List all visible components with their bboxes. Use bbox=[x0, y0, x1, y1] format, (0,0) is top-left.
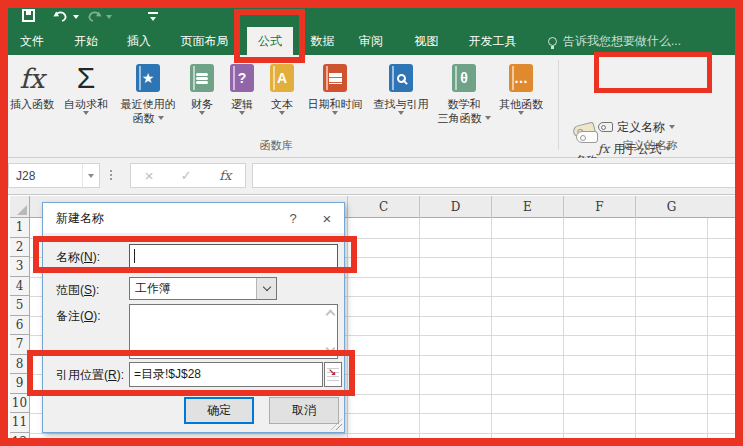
row-header-10[interactable]: 10 bbox=[10, 394, 30, 414]
row-header-7[interactable]: 7 bbox=[10, 335, 30, 355]
row-header-6[interactable]: 6 bbox=[10, 316, 30, 336]
save-icon[interactable] bbox=[22, 9, 35, 22]
row-header-8[interactable]: 8 bbox=[10, 355, 30, 375]
ribbon-item-define-name[interactable]: 定义名称 bbox=[598, 116, 711, 138]
range-select-icon bbox=[327, 368, 339, 381]
function-library-label: 函数库 bbox=[0, 138, 552, 153]
name-box[interactable]: J28 bbox=[8, 163, 100, 188]
tell-me-label: 告诉我您想要做什么... bbox=[563, 33, 681, 50]
undo-icon[interactable] bbox=[52, 9, 69, 24]
scope-field-label: 范围(S): bbox=[56, 282, 99, 299]
ribbon-item-date-time[interactable]: 日期和时间 bbox=[302, 59, 368, 115]
ribbon-item-insert-function[interactable]: fx插入函数 bbox=[6, 59, 58, 111]
column-header-F[interactable]: F bbox=[563, 196, 635, 218]
column-header-C[interactable]: C bbox=[347, 196, 419, 218]
redo-glyph bbox=[86, 9, 103, 24]
book-calendar-icon bbox=[323, 59, 347, 97]
row-header-9[interactable]: 9 bbox=[10, 374, 30, 394]
ribbon-item-label: 逻辑 bbox=[231, 97, 253, 111]
chevron-down-icon bbox=[83, 111, 89, 115]
ribbon-item-label-2 bbox=[398, 111, 404, 115]
customize-quick-access-icon[interactable] bbox=[148, 12, 158, 14]
group-separator bbox=[558, 60, 559, 150]
chevron-down-icon bbox=[332, 111, 338, 115]
tab-开发工具[interactable]: 开发工具 bbox=[459, 27, 526, 55]
book-a-icon: A bbox=[270, 59, 294, 97]
ribbon-item-more-functions[interactable]: …其他函数 bbox=[494, 59, 548, 115]
ribbon-item-label: 查找与引用 bbox=[374, 97, 429, 111]
row-header-12[interactable]: 12 bbox=[10, 433, 30, 446]
ribbon-item-label: 插入函数 bbox=[10, 97, 54, 111]
new-name-dialog: 新建名称 ? × 名称(N): 范围(S): 工作簿 备注(O): 引用位置(R… bbox=[42, 202, 345, 433]
tab-数据[interactable]: 数据 bbox=[300, 27, 345, 55]
formula-bar-handle-icon[interactable] bbox=[110, 170, 112, 172]
column-header-E[interactable]: E bbox=[491, 196, 563, 218]
scope-dropdown[interactable]: 工作簿 bbox=[129, 277, 277, 300]
tab-插入[interactable]: 插入 bbox=[117, 27, 161, 55]
chevron-down-icon bbox=[398, 111, 404, 115]
refers-to-field-label: 引用位置(R): bbox=[56, 367, 124, 384]
chevron-down-icon bbox=[239, 111, 245, 115]
ribbon-item-label-2 bbox=[332, 111, 338, 115]
tab-file[interactable]: 文件 bbox=[10, 27, 54, 55]
formula-input[interactable] bbox=[252, 163, 743, 188]
name-box-dropdown-icon[interactable] bbox=[82, 164, 99, 187]
ribbon-item-label-2 bbox=[239, 111, 245, 115]
tab-视图[interactable]: 视图 bbox=[404, 27, 449, 55]
ribbon-item-label-2 bbox=[279, 111, 285, 115]
formula-bar-row: J28 × ✓ fx bbox=[0, 158, 743, 195]
refers-to-field[interactable]: =目录!$J$28 bbox=[129, 362, 323, 387]
dialog-title: 新建名称 bbox=[43, 210, 276, 227]
column-header-D[interactable]: D bbox=[419, 196, 491, 218]
book-coins-icon bbox=[190, 59, 214, 97]
ribbon-item-math-trig[interactable]: θ数学和三角函数 bbox=[434, 59, 494, 125]
gridline bbox=[419, 218, 420, 446]
row-header-11[interactable]: 11 bbox=[10, 413, 30, 433]
scroll-down-icon[interactable] bbox=[326, 344, 336, 354]
select-all-corner[interactable] bbox=[10, 196, 30, 218]
name-field-label: 名称(N): bbox=[56, 249, 100, 266]
name-field[interactable] bbox=[129, 244, 338, 268]
gridline bbox=[635, 218, 636, 446]
ribbon-item-label-2 bbox=[518, 111, 524, 115]
ribbon-item-logical[interactable]: ?逻辑 bbox=[222, 59, 262, 115]
insert-function-icon[interactable]: fx bbox=[219, 168, 231, 183]
row-header-1[interactable]: 1 bbox=[10, 218, 30, 238]
refers-to-value: =目录!$J$28 bbox=[134, 366, 201, 383]
tab-页面布局[interactable]: 页面布局 bbox=[170, 27, 239, 55]
tell-me-box[interactable]: 告诉我您想要做什么... bbox=[548, 27, 681, 55]
cancel-entry-icon: × bbox=[145, 167, 154, 184]
chevron-down-icon bbox=[485, 116, 491, 120]
ribbon-item-text[interactable]: A文本 bbox=[262, 59, 302, 115]
tag-icon bbox=[598, 122, 613, 132]
ok-button[interactable]: 确定 bbox=[184, 397, 254, 424]
ribbon-item-lookup-reference[interactable]: 查找与引用 bbox=[368, 59, 434, 115]
gridline bbox=[707, 218, 708, 446]
dialog-title-bar[interactable]: 新建名称 ? × bbox=[43, 203, 344, 233]
close-icon[interactable]: × bbox=[310, 210, 344, 227]
row-header-4[interactable]: 4 bbox=[10, 277, 30, 297]
comment-field[interactable] bbox=[129, 304, 338, 359]
redo-dropdown-icon bbox=[106, 15, 112, 19]
tab-审阅[interactable]: 审阅 bbox=[349, 27, 393, 55]
ribbon-item-label-2 bbox=[199, 111, 205, 115]
ribbon-item-financial[interactable]: 财务 bbox=[182, 59, 222, 115]
column-header-G[interactable]: G bbox=[635, 196, 707, 218]
help-button[interactable]: ? bbox=[276, 211, 310, 226]
gridline bbox=[563, 218, 564, 446]
tab-公式[interactable]: 公式 bbox=[247, 27, 293, 55]
ribbon-item-label: 自动求和 bbox=[64, 97, 108, 111]
scroll-up-icon[interactable] bbox=[326, 310, 336, 320]
tab-开始[interactable]: 开始 bbox=[64, 27, 108, 55]
row-header-5[interactable]: 5 bbox=[10, 296, 30, 316]
row-header-2[interactable]: 2 bbox=[10, 238, 30, 258]
ribbon-item-autosum[interactable]: Σ自动求和 bbox=[58, 59, 114, 115]
ribbon-item-label-2 bbox=[83, 111, 89, 115]
cancel-button[interactable]: 取消 bbox=[269, 397, 339, 424]
row-header-3[interactable]: 3 bbox=[10, 257, 30, 277]
undo-dropdown-icon[interactable] bbox=[73, 15, 79, 19]
collapse-dialog-button[interactable] bbox=[324, 362, 342, 387]
ribbon-item-recently-used[interactable]: ★最近使用的函数 bbox=[114, 59, 182, 125]
gridline bbox=[347, 218, 348, 446]
chevron-down-icon[interactable] bbox=[256, 278, 276, 299]
